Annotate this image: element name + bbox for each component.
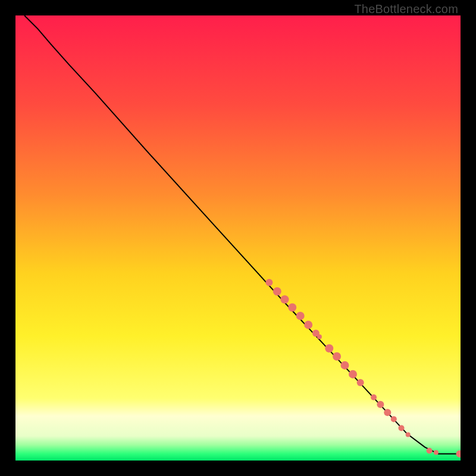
data-point (317, 334, 322, 339)
data-point (288, 303, 296, 312)
chart-svg (15, 15, 461, 461)
watermark-text: TheBottleneck.com (354, 2, 458, 16)
data-point (406, 433, 411, 437)
data-point (296, 312, 305, 320)
data-point (377, 401, 384, 408)
plot-area (15, 15, 461, 461)
data-point (427, 448, 433, 454)
gradient-background (15, 15, 461, 461)
data-point (325, 345, 333, 353)
data-point (391, 416, 397, 422)
data-point (304, 321, 312, 329)
data-point (434, 450, 439, 455)
data-point (341, 361, 349, 369)
data-point (384, 409, 391, 416)
data-point (273, 287, 281, 296)
data-point (333, 352, 341, 361)
data-point (349, 370, 357, 378)
data-point (399, 425, 405, 431)
data-point (265, 279, 273, 286)
data-point (357, 379, 364, 386)
data-point (281, 295, 289, 303)
data-point (371, 394, 377, 400)
